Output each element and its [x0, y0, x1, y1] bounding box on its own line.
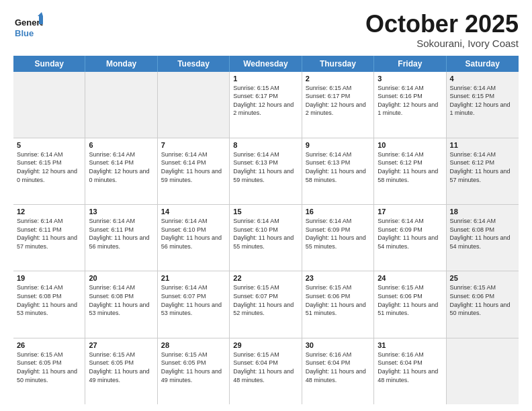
- week-row-2: 5Sunrise: 6:14 AMSunset: 6:15 PMDaylight…: [13, 138, 519, 205]
- month-title: October 2025: [365, 11, 519, 38]
- svg-text:Blue: Blue: [15, 28, 34, 38]
- calendar: SundayMondayTuesdayWednesdayThursdayFrid…: [13, 56, 519, 404]
- cal-cell-31: 31Sunrise: 6:16 AMSunset: 6:04 PMDayligh…: [374, 338, 446, 404]
- day-number: 30: [306, 341, 370, 349]
- week-row-4: 19Sunrise: 6:14 AMSunset: 6:08 PMDayligh…: [13, 271, 519, 338]
- cal-cell-empty-0: [13, 72, 85, 138]
- cal-cell-empty-1: [85, 72, 157, 138]
- day-number: 15: [233, 208, 298, 216]
- day-info: Sunrise: 6:14 AMSunset: 6:08 PMDaylight:…: [17, 283, 81, 317]
- day-info: Sunrise: 6:15 AMSunset: 6:05 PMDaylight:…: [161, 351, 226, 384]
- day-info: Sunrise: 6:16 AMSunset: 6:04 PMDaylight:…: [306, 351, 370, 384]
- cal-cell-18: 18Sunrise: 6:14 AMSunset: 6:08 PMDayligh…: [447, 205, 519, 271]
- day-number: 20: [89, 274, 153, 282]
- day-number: 24: [378, 274, 442, 282]
- cal-cell-empty-6: [447, 338, 519, 404]
- day-info: Sunrise: 6:14 AMSunset: 6:10 PMDaylight:…: [233, 217, 298, 250]
- cal-cell-20: 20Sunrise: 6:14 AMSunset: 6:08 PMDayligh…: [85, 271, 157, 337]
- day-info: Sunrise: 6:14 AMSunset: 6:11 PMDaylight:…: [89, 217, 153, 250]
- day-number: 12: [17, 208, 81, 216]
- cal-cell-15: 15Sunrise: 6:14 AMSunset: 6:10 PMDayligh…: [230, 205, 302, 271]
- cal-cell-2: 2Sunrise: 6:15 AMSunset: 6:17 PMDaylight…: [302, 72, 374, 138]
- week-row-3: 12Sunrise: 6:14 AMSunset: 6:11 PMDayligh…: [13, 205, 519, 271]
- cal-cell-3: 3Sunrise: 6:14 AMSunset: 6:16 PMDaylight…: [374, 72, 446, 138]
- cal-cell-14: 14Sunrise: 6:14 AMSunset: 6:10 PMDayligh…: [158, 205, 230, 271]
- cal-cell-30: 30Sunrise: 6:16 AMSunset: 6:04 PMDayligh…: [302, 338, 374, 404]
- cal-cell-25: 25Sunrise: 6:15 AMSunset: 6:06 PMDayligh…: [447, 271, 519, 337]
- cal-cell-24: 24Sunrise: 6:15 AMSunset: 6:06 PMDayligh…: [374, 271, 446, 337]
- day-number: 18: [450, 208, 515, 216]
- cal-cell-28: 28Sunrise: 6:15 AMSunset: 6:05 PMDayligh…: [158, 338, 230, 404]
- cal-cell-11: 11Sunrise: 6:14 AMSunset: 6:12 PMDayligh…: [447, 138, 519, 204]
- day-number: 16: [306, 208, 370, 216]
- day-info: Sunrise: 6:14 AMSunset: 6:12 PMDaylight:…: [378, 150, 442, 184]
- day-info: Sunrise: 6:15 AMSunset: 6:17 PMDaylight:…: [233, 84, 298, 118]
- cal-cell-1: 1Sunrise: 6:15 AMSunset: 6:17 PMDaylight…: [230, 72, 302, 138]
- cal-cell-17: 17Sunrise: 6:14 AMSunset: 6:09 PMDayligh…: [374, 205, 446, 271]
- day-info: Sunrise: 6:14 AMSunset: 6:12 PMDaylight:…: [450, 150, 515, 184]
- day-number: 1: [233, 75, 298, 83]
- svg-text:General: General: [15, 17, 43, 28]
- day-number: 13: [89, 208, 153, 216]
- day-number: 17: [378, 208, 442, 216]
- day-number: 27: [89, 341, 153, 349]
- day-number: 2: [306, 75, 370, 83]
- day-info: Sunrise: 6:14 AMSunset: 6:15 PMDaylight:…: [17, 150, 81, 184]
- day-info: Sunrise: 6:15 AMSunset: 6:07 PMDaylight:…: [233, 283, 298, 317]
- day-number: 7: [161, 141, 226, 149]
- day-number: 23: [306, 274, 370, 282]
- cal-cell-4: 4Sunrise: 6:14 AMSunset: 6:15 PMDaylight…: [447, 72, 519, 138]
- day-number: 29: [233, 341, 298, 349]
- cal-cell-7: 7Sunrise: 6:14 AMSunset: 6:14 PMDaylight…: [158, 138, 230, 204]
- cal-cell-10: 10Sunrise: 6:14 AMSunset: 6:12 PMDayligh…: [374, 138, 446, 204]
- cal-cell-27: 27Sunrise: 6:15 AMSunset: 6:05 PMDayligh…: [85, 338, 157, 404]
- day-info: Sunrise: 6:15 AMSunset: 6:06 PMDaylight:…: [306, 283, 370, 317]
- cal-cell-29: 29Sunrise: 6:15 AMSunset: 6:04 PMDayligh…: [230, 338, 302, 404]
- day-info: Sunrise: 6:16 AMSunset: 6:04 PMDaylight:…: [378, 351, 442, 384]
- cal-cell-16: 16Sunrise: 6:14 AMSunset: 6:09 PMDayligh…: [302, 205, 374, 271]
- day-info: Sunrise: 6:14 AMSunset: 6:09 PMDaylight:…: [306, 217, 370, 250]
- day-info: Sunrise: 6:14 AMSunset: 6:15 PMDaylight:…: [450, 84, 515, 118]
- day-number: 26: [17, 341, 81, 349]
- day-info: Sunrise: 6:15 AMSunset: 6:05 PMDaylight:…: [89, 351, 153, 384]
- day-number: 31: [378, 341, 442, 349]
- header: General Blue October 2025 Sokourani, Ivo…: [13, 11, 519, 49]
- day-info: Sunrise: 6:14 AMSunset: 6:08 PMDaylight:…: [89, 283, 153, 317]
- day-info: Sunrise: 6:15 AMSunset: 6:06 PMDaylight:…: [450, 283, 515, 317]
- day-info: Sunrise: 6:14 AMSunset: 6:10 PMDaylight:…: [161, 217, 226, 250]
- day-number: 25: [450, 274, 515, 282]
- day-info: Sunrise: 6:15 AMSunset: 6:06 PMDaylight:…: [378, 283, 442, 317]
- page: General Blue October 2025 Sokourani, Ivo…: [0, 0, 532, 411]
- day-info: Sunrise: 6:14 AMSunset: 6:14 PMDaylight:…: [89, 150, 153, 184]
- calendar-body: 1Sunrise: 6:15 AMSunset: 6:17 PMDaylight…: [13, 72, 519, 404]
- day-info: Sunrise: 6:14 AMSunset: 6:13 PMDaylight:…: [233, 150, 298, 184]
- svg-marker-3: [38, 12, 43, 16]
- day-number: 8: [233, 141, 298, 149]
- day-number: 14: [161, 208, 226, 216]
- day-number: 11: [450, 141, 515, 149]
- cal-cell-21: 21Sunrise: 6:14 AMSunset: 6:07 PMDayligh…: [158, 271, 230, 337]
- cal-cell-13: 13Sunrise: 6:14 AMSunset: 6:11 PMDayligh…: [85, 205, 157, 271]
- day-number: 19: [17, 274, 81, 282]
- cal-cell-19: 19Sunrise: 6:14 AMSunset: 6:08 PMDayligh…: [13, 271, 85, 337]
- day-number: 9: [306, 141, 370, 149]
- cal-cell-empty-2: [158, 72, 230, 138]
- day-info: Sunrise: 6:14 AMSunset: 6:08 PMDaylight:…: [450, 217, 515, 250]
- location: Sokourani, Ivory Coast: [365, 38, 519, 49]
- title-block: October 2025 Sokourani, Ivory Coast: [365, 11, 519, 49]
- cal-cell-12: 12Sunrise: 6:14 AMSunset: 6:11 PMDayligh…: [13, 205, 85, 271]
- day-info: Sunrise: 6:15 AMSunset: 6:17 PMDaylight:…: [306, 84, 370, 118]
- day-header-monday: Monday: [85, 56, 157, 72]
- week-row-5: 26Sunrise: 6:15 AMSunset: 6:05 PMDayligh…: [13, 338, 519, 404]
- day-info: Sunrise: 6:14 AMSunset: 6:16 PMDaylight:…: [378, 84, 442, 118]
- day-number: 6: [89, 141, 153, 149]
- day-number: 5: [17, 141, 81, 149]
- logo: General Blue: [13, 11, 43, 40]
- day-number: 3: [378, 75, 442, 83]
- cal-cell-5: 5Sunrise: 6:14 AMSunset: 6:15 PMDaylight…: [13, 138, 85, 204]
- cal-cell-22: 22Sunrise: 6:15 AMSunset: 6:07 PMDayligh…: [230, 271, 302, 337]
- cal-cell-9: 9Sunrise: 6:14 AMSunset: 6:13 PMDaylight…: [302, 138, 374, 204]
- day-info: Sunrise: 6:14 AMSunset: 6:14 PMDaylight:…: [161, 150, 226, 184]
- day-number: 22: [233, 274, 298, 282]
- day-info: Sunrise: 6:14 AMSunset: 6:13 PMDaylight:…: [306, 150, 370, 184]
